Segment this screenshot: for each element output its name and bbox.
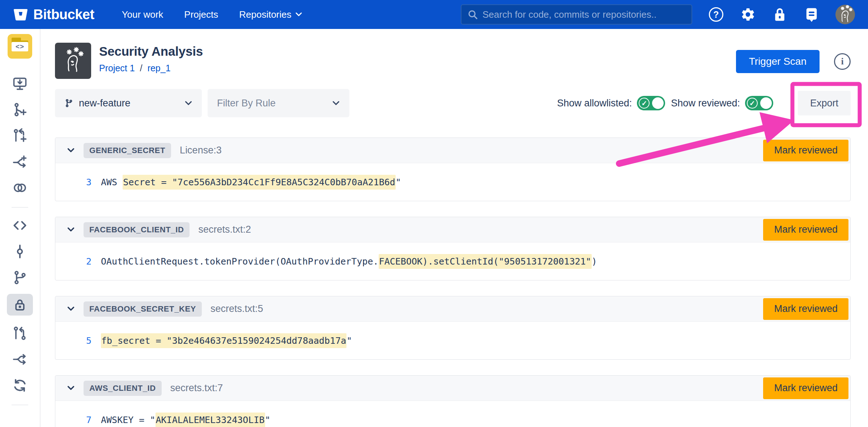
nav-repositories[interactable]: Repositories [239,9,302,20]
trigger-scan-button[interactable]: Trigger Scan [736,50,820,73]
help-button[interactable]: ? [708,7,724,22]
repository-avatar[interactable]: <> [8,34,32,59]
chevron-down-icon [295,12,302,17]
pipeline-plus-icon [12,154,28,170]
bitbucket-bucket-icon [13,7,28,22]
show-allowlisted-label: Show allowlisted: [557,98,632,109]
collapse-chevron[interactable] [66,304,76,314]
sidebar-branches-button[interactable] [7,269,33,286]
code-line: 5fb_secret = "3b2e464637e5159024254dd78a… [55,322,850,359]
export-button[interactable]: Export [798,91,851,115]
finding-header: FACEBOOK_SECRET_KEY secrets.txt:5 Mark r… [55,296,850,322]
source-code-icon [12,217,28,233]
bitbucket-logo[interactable]: Bitbucket [13,7,94,22]
show-allowlisted-toggle[interactable]: ✓ [637,96,665,110]
commit-icon [12,244,28,259]
breadcrumb-repo-link[interactable]: rep_1 [148,63,171,73]
finding-header: GENERIC_SECRET License:3 Mark reviewed [55,138,850,163]
avatar-face-art [59,47,87,75]
sync-icon [12,377,28,393]
collapse-chevron[interactable] [66,146,76,155]
branch-selector[interactable]: new-feature [55,89,202,117]
collapse-chevron[interactable] [66,384,76,393]
sidebar-create-branch-button[interactable] [7,101,33,118]
mark-reviewed-button[interactable]: Mark reviewed [763,377,848,399]
line-number[interactable]: 3 [76,177,92,187]
nav-your-work[interactable]: Your work [122,9,163,20]
findings-list: GENERIC_SECRET License:3 Mark reviewed 3… [55,138,851,427]
secret-highlight: FACEBOOK).setClientId("950513172001321" [379,254,592,269]
create-branch-icon [12,102,28,118]
rule-filter-placeholder: Filter By Rule [217,98,276,109]
collapse-chevron[interactable] [66,225,76,234]
show-reviewed-toggle[interactable]: ✓ [745,96,773,110]
sidebar-source-button[interactable] [7,217,33,234]
page-title: Security Analysis [99,44,203,59]
create-pull-request-icon [12,128,28,144]
mark-reviewed-button[interactable]: Mark reviewed [763,219,848,241]
nav-projects[interactable]: Projects [184,9,218,20]
line-number[interactable]: 2 [76,256,92,267]
secret-highlight: Secret = "7ce556A3bD234Cc1Ff9E8A5C324C0b… [123,175,396,190]
finding-card-facebook-secret-key: FACEBOOK_SECRET_KEY secrets.txt:5 Mark r… [55,296,851,360]
finding-location: secrets.txt:7 [170,382,223,394]
sidebar-security-button[interactable] [7,294,33,316]
mark-reviewed-button[interactable]: Mark reviewed [763,298,848,320]
code-text: AWSKEY = "AKIALALEMEL33243OLIB" [101,415,271,425]
brand-name: Bitbucket [33,7,94,22]
line-number[interactable]: 7 [76,415,92,425]
lock-icon [13,297,27,312]
finding-card-aws-client-id: AWS_CLIENT_ID secrets.txt:7 Mark reviewe… [55,375,851,427]
finding-header: FACEBOOK_CLIENT_ID secrets.txt:2 Mark re… [55,217,850,242]
sidebar-create-pr-button[interactable] [7,127,33,144]
rule-badge: FACEBOOK_SECRET_KEY [84,301,202,317]
check-icon: ✓ [747,98,758,109]
code-text: AWS Secret = "7ce556A3bD234Cc1Ff9E8A5C32… [101,177,401,187]
fork-icon [12,351,28,367]
sidebar-compare-button[interactable] [7,179,33,196]
sidebar-divider [12,207,28,208]
toggle-group: Show allowlisted: ✓ Show reviewed: ✓ Exp… [557,91,851,115]
chevron-down-icon [184,101,192,106]
question-mark-icon: ? [709,7,723,22]
avatar-face-art [835,5,855,24]
rule-badge: GENERIC_SECRET [84,143,171,158]
sidebar-add-pipeline-button[interactable] [7,153,33,170]
finding-location: secrets.txt:2 [198,224,251,235]
global-search[interactable] [461,4,692,25]
settings-button[interactable] [740,7,756,22]
chevron-down-icon [332,101,340,106]
finding-location: License:3 [180,145,222,156]
user-avatar[interactable] [835,5,855,24]
finding-header: AWS_CLIENT_ID secrets.txt:7 Mark reviewe… [55,376,850,401]
filter-row: new-feature Filter By Rule Show allowlis… [55,89,851,117]
rule-filter-selector[interactable]: Filter By Rule [208,89,349,117]
feedback-button[interactable] [804,7,820,22]
toggle-knob [652,97,664,109]
info-icon[interactable]: i [834,53,851,70]
main-content: Security Analysis Project 1 / rep_1 Trig… [41,29,868,427]
sidebar-clone-button[interactable] [7,75,33,92]
nav-icon-group: ? [708,5,855,24]
finding-card-generic-secret: GENERIC_SECRET License:3 Mark reviewed 3… [55,138,851,201]
line-number[interactable]: 5 [76,335,92,346]
sidebar-sync-button[interactable] [7,377,33,394]
code-glyph: <> [12,42,28,51]
check-icon: ✓ [639,98,650,109]
breadcrumb-project-link[interactable]: Project 1 [99,63,135,73]
sidebar-forks-button[interactable] [7,351,33,368]
sidebar-commits-button[interactable] [7,243,33,260]
code-line: 2OAuthClientRequest.tokenProvider(OAuthP… [55,242,850,280]
breadcrumb-separator: / [140,63,142,73]
page-body: <> [0,29,868,427]
repository-sidebar: <> [0,29,41,427]
rule-badge: AWS_CLIENT_ID [84,381,162,396]
sidebar-pull-requests-button[interactable] [7,325,33,342]
security-lock-nav-button[interactable] [772,7,788,22]
toggle-knob [760,97,772,109]
secret-highlight: AKIALALEMEL33243OLIB [156,413,265,427]
pull-request-icon [12,325,28,341]
gear-icon [740,7,756,22]
search-input[interactable] [482,9,686,20]
mark-reviewed-button[interactable]: Mark reviewed [763,140,848,161]
